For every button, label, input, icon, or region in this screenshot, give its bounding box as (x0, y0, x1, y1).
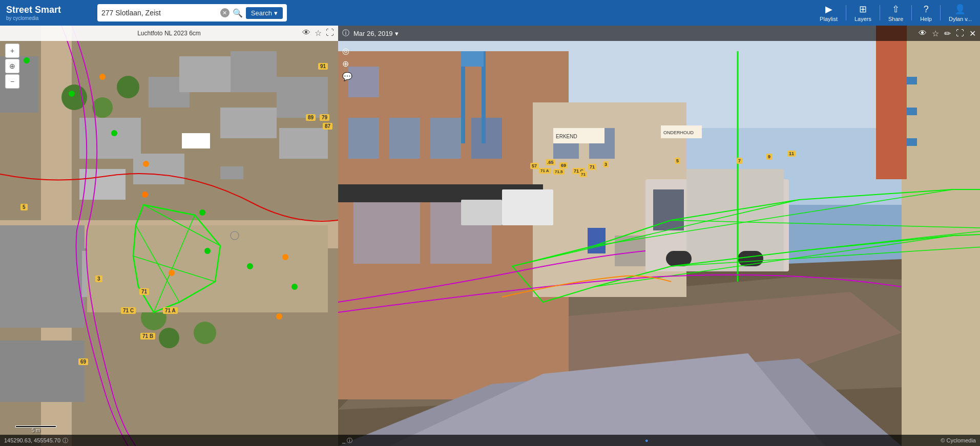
badge-91: 91 (318, 63, 328, 70)
badge-71: 71 (139, 288, 149, 295)
sv-badge-71: 71 (588, 164, 596, 170)
svg-point-33 (111, 130, 117, 136)
sv-header: ⓘ Mar 26, 2019 ▾ 👁 ☆ ✏ ⛶ ✕ (338, 26, 980, 41)
sv-copyright: © Cyclomedia (941, 437, 976, 443)
svg-rect-68 (353, 202, 420, 264)
svg-rect-5 (0, 341, 85, 402)
map-aerial (0, 26, 338, 446)
calendar-icon: ▾ (395, 30, 399, 37)
svg-point-31 (99, 74, 106, 80)
svg-rect-17 (220, 166, 243, 179)
svg-point-36 (204, 248, 211, 254)
playlist-icon: ▶ (825, 4, 832, 15)
sv-badge-71-2: 71 (579, 172, 587, 177)
app-title: Street Smart (6, 5, 91, 15)
sv-bottom-bar: _ ⓘ ● © Cyclomedia (338, 435, 980, 446)
user-button[interactable]: 👤 Dylan v... (941, 0, 980, 26)
badge-5: 5 (20, 204, 28, 210)
playlist-button[interactable]: ▶ Playlist (811, 0, 846, 26)
svg-rect-51 (348, 118, 379, 159)
share-icon: ⇧ (892, 4, 900, 15)
svg-rect-77 (588, 228, 606, 253)
search-clear-button[interactable]: ✕ (220, 8, 230, 17)
user-icon: 👤 (954, 4, 966, 15)
sv-target-icon[interactable]: ⊕ (342, 59, 352, 69)
help-button[interactable]: ? Help (912, 0, 940, 26)
zoom-in-button[interactable]: + (5, 44, 19, 58)
svg-rect-11 (220, 108, 277, 138)
sv-badge-57: 57 (530, 163, 538, 169)
badge-71b: 71 B (140, 333, 155, 339)
badge-87: 87 (323, 123, 332, 130)
expand-icon[interactable]: ⛶ (326, 28, 334, 38)
sv-close-icon[interactable]: ✕ (969, 29, 976, 38)
svg-point-40 (282, 254, 288, 260)
svg-rect-10 (231, 51, 277, 92)
compass-button[interactable]: ⊕ (5, 59, 19, 73)
map-background-svg (0, 26, 338, 446)
svg-point-41 (142, 192, 148, 198)
badge-71a: 71 A (163, 307, 178, 314)
sv-pencil-icon[interactable]: ✏ (944, 29, 951, 38)
svg-text:ONDERHOUD: ONDERHOUD (663, 130, 694, 135)
streetview-panel[interactable]: ERKEND ONDERHOUD ⓘ Mar 26, 2019 ▾ 👁 ☆ ✏ … (338, 26, 980, 446)
sv-star-icon[interactable]: ☆ (932, 29, 939, 38)
layers-icon: ⊞ (859, 4, 867, 15)
sv-left-tools: ◎ ⊕ 💬 (342, 46, 352, 81)
star-icon[interactable]: ☆ (315, 28, 322, 38)
sv-badge-65: .65 (546, 159, 555, 165)
svg-point-23 (194, 322, 216, 344)
svg-point-22 (159, 328, 179, 348)
svg-point-39 (276, 313, 282, 320)
svg-point-32 (69, 91, 75, 97)
layers-button[interactable]: ⊞ Layers (846, 0, 880, 26)
svg-marker-58 (461, 51, 484, 67)
svg-point-37 (247, 263, 253, 269)
sv-bottom-info: _ ⓘ (342, 437, 352, 444)
sv-location-dot: ● (645, 437, 649, 443)
badge-69: 69 (78, 358, 88, 365)
svg-text:ERKEND: ERKEND (556, 134, 577, 139)
sv-eye-icon[interactable]: 👁 (919, 29, 927, 38)
sv-badge-7: 7 (737, 158, 742, 164)
svg-rect-13 (279, 128, 328, 159)
sv-chat-icon[interactable]: 💬 (342, 72, 352, 81)
scale-bar: 5 m (15, 426, 56, 433)
eye-icon[interactable]: 👁 (302, 28, 310, 38)
main-content: Luchtfoto NL 2023 6cm 👁 ☆ ⛶ + ⊕ − 91 89 … (0, 26, 980, 446)
sv-navigation-icon[interactable]: ◎ (342, 46, 352, 56)
svg-rect-15 (133, 154, 184, 184)
svg-rect-55 (348, 67, 379, 97)
help-icon: ? (924, 4, 929, 15)
search-input[interactable] (101, 9, 220, 17)
sv-measure-icon[interactable]: ⛶ (956, 29, 964, 38)
svg-rect-9 (179, 56, 231, 92)
map-header: Luchtfoto NL 2023 6cm 👁 ☆ ⛶ (0, 26, 338, 41)
logo-area: Street Smart by cyclomedia (0, 5, 97, 21)
sv-date[interactable]: Mar 26, 2019 ▾ (353, 30, 399, 37)
svg-rect-66 (876, 26, 907, 179)
zoom-out-button[interactable]: − (5, 74, 19, 89)
svg-point-30 (24, 57, 30, 63)
search-button[interactable]: Search ▾ (246, 7, 283, 19)
svg-rect-12 (277, 77, 328, 118)
svg-rect-53 (430, 118, 461, 159)
map-controls: + ⊕ − (5, 44, 19, 89)
badge-71c: 71 C (121, 307, 136, 314)
sv-badge-3: 3 (603, 161, 609, 167)
svg-point-34 (143, 161, 149, 167)
svg-rect-16 (182, 133, 210, 148)
app-subtitle: by cyclomedia (6, 15, 91, 21)
coord-bar: 145290.63, 455545.70 ⓘ (0, 435, 338, 446)
svg-point-35 (199, 209, 205, 216)
svg-rect-54 (471, 118, 502, 159)
sv-badge-5: 5 (675, 158, 680, 164)
sv-badge-71b-sv: 71.5 (553, 169, 565, 175)
badge-79: 79 (320, 114, 329, 121)
svg-rect-76 (461, 200, 502, 225)
share-button[interactable]: ⇧ Share (880, 0, 911, 26)
map-panel[interactable]: Luchtfoto NL 2023 6cm 👁 ☆ ⛶ + ⊕ − 91 89 … (0, 26, 338, 446)
sv-header-icons: 👁 ☆ ✏ ⛶ ✕ (919, 29, 976, 38)
sv-badge-71a: 71 A (539, 168, 551, 174)
sv-scene-svg: ERKEND ONDERHOUD (338, 26, 980, 446)
